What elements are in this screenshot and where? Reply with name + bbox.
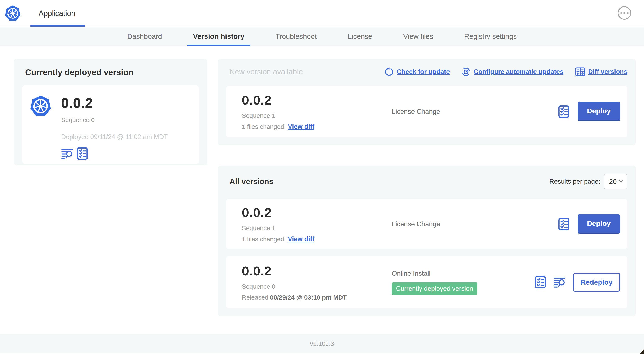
tab-license[interactable]: License	[348, 27, 372, 46]
clock-refresh-icon	[462, 67, 471, 77]
diff-versions-link[interactable]: Diff versions	[575, 67, 628, 77]
version-number: 0.0.2	[242, 263, 374, 278]
active-tab-underline	[187, 45, 250, 46]
results-per-page-value: 20	[609, 178, 617, 186]
tab-label: Registry settings	[464, 32, 517, 41]
kubernetes-app-logo-icon	[5, 6, 20, 21]
ellipsis-menu-icon[interactable]	[618, 6, 631, 20]
all-versions-title: All versions	[230, 177, 274, 186]
diff-columns-icon	[575, 67, 585, 77]
version-source-label: Online Install	[392, 270, 535, 277]
admin-console-screen: Application Dashboard Version history Tr…	[0, 0, 644, 354]
tab-label: Troubleshoot	[276, 32, 317, 41]
view-logs-icon[interactable]	[554, 276, 566, 288]
refresh-icon	[384, 67, 394, 77]
released-date: 08/29/24 @ 03:18 pm MDT	[270, 294, 347, 301]
tab-label: License	[348, 32, 372, 41]
redeploy-button[interactable]: Redeploy	[573, 273, 620, 291]
version-sequence: Sequence 1	[242, 225, 374, 232]
check-for-update-label[interactable]: Check for update	[397, 68, 450, 76]
chevron-down-icon	[619, 179, 623, 183]
preflight-checklist-icon[interactable]	[535, 275, 546, 289]
tab-label: Version history	[193, 32, 244, 41]
tab-version-history[interactable]: Version history	[193, 27, 244, 46]
version-source-label: License Change	[392, 108, 558, 115]
version-sequence: Sequence 1	[242, 112, 374, 119]
version-row-sequence-0: 0.0.2 Sequence 0 Released 08/29/24 @ 03:…	[226, 256, 628, 308]
version-number: 0.0.2	[242, 205, 374, 220]
helm-wheel-icon	[7, 7, 19, 20]
version-sequence: Sequence 0	[242, 283, 374, 290]
current-version-number: 0.0.2	[61, 95, 199, 111]
new-version-panel: New version available Check for update	[218, 59, 636, 145]
new-version-title: New version available	[230, 68, 303, 76]
version-source-label: License Change	[392, 220, 558, 228]
configure-automatic-updates-label[interactable]: Configure automatic updates	[474, 68, 564, 76]
version-released-timestamp: Released 08/29/24 @ 03:18 pm MDT	[242, 294, 374, 301]
console-version-label: v1.109.3	[310, 340, 334, 347]
footer: v1.109.3	[0, 334, 644, 353]
current-version-deployed-timestamp: Deployed 09/11/24 @ 11:02 am MDT	[61, 133, 199, 141]
top-header: Application	[0, 0, 644, 27]
tab-label: Dashboard	[127, 32, 162, 41]
right-column: New version available Check for update	[218, 59, 636, 316]
tab-label: View files	[403, 32, 433, 41]
version-number: 0.0.2	[242, 93, 374, 108]
deploy-button[interactable]: Deploy	[578, 102, 620, 121]
tab-registry-settings[interactable]: Registry settings	[464, 27, 517, 46]
check-for-update-link[interactable]: Check for update	[384, 67, 450, 77]
main-content: Currently deployed version	[0, 46, 644, 316]
deploy-button[interactable]: Deploy	[578, 214, 620, 234]
spacer	[218, 145, 636, 166]
section-nav: Dashboard Version history Troubleshoot L…	[0, 27, 644, 46]
tab-dashboard[interactable]: Dashboard	[127, 27, 162, 46]
preflight-checklist-icon[interactable]	[558, 217, 570, 231]
app-tab[interactable]: Application	[38, 0, 75, 27]
view-diff-link[interactable]: View diff	[288, 235, 314, 243]
current-version-sequence: Sequence 0	[61, 117, 199, 124]
files-changed-label: 1 files changed	[242, 236, 284, 243]
app-tab-active-underline	[30, 25, 85, 27]
new-version-row: 0.0.2 Sequence 1 1 files changed View di…	[226, 86, 628, 137]
currently-deployed-panel: Currently deployed version	[14, 59, 208, 165]
all-versions-panel: All versions Results per page: 20 0.0.2 …	[218, 166, 636, 316]
currently-deployed-card: 0.0.2 Sequence 0 Deployed 09/11/24 @ 11:…	[22, 86, 199, 164]
preflight-checklist-icon[interactable]	[558, 105, 570, 118]
configure-automatic-updates-link[interactable]: Configure automatic updates	[462, 67, 564, 77]
view-diff-link[interactable]: View diff	[288, 123, 314, 131]
files-changed-label: 1 files changed	[242, 123, 284, 130]
view-logs-icon[interactable]	[61, 148, 73, 159]
tab-view-files[interactable]: View files	[403, 27, 433, 46]
currently-deployed-title: Currently deployed version	[25, 68, 199, 77]
currently-deployed-badge: Currently deployed version	[392, 282, 477, 295]
version-row-sequence-1: 0.0.2 Sequence 1 1 files changed View di…	[226, 199, 628, 249]
released-prefix: Released	[242, 294, 268, 301]
preflight-checklist-icon[interactable]	[77, 147, 88, 160]
diff-versions-label[interactable]: Diff versions	[588, 68, 628, 76]
results-per-page-select[interactable]: 20	[604, 174, 628, 189]
tab-troubleshoot[interactable]: Troubleshoot	[276, 27, 317, 46]
results-per-page-label: Results per page:	[549, 178, 600, 185]
